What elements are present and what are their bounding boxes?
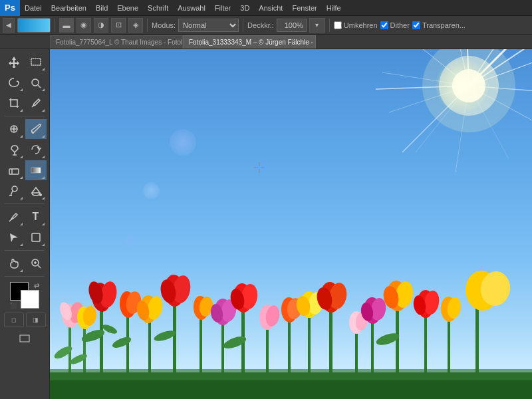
standard-mode-btn[interactable]: ◻ bbox=[4, 313, 24, 327]
menu-bar: Ps Datei Bearbeiten Bild Ebene Schrift A… bbox=[0, 0, 532, 16]
tool-eraser[interactable] bbox=[3, 160, 25, 180]
tool-quick-select[interactable] bbox=[25, 72, 47, 92]
tool-crop[interactable] bbox=[3, 93, 25, 113]
reverse-label: Umkehren bbox=[344, 21, 378, 29]
opacity-label: Deckkr.: bbox=[247, 21, 274, 29]
tool-move[interactable] bbox=[3, 52, 25, 72]
canvas-area[interactable] bbox=[50, 49, 532, 399]
svg-rect-10 bbox=[9, 169, 19, 174]
svg-rect-125 bbox=[50, 380, 532, 399]
opacity-input[interactable] bbox=[277, 19, 307, 32]
svg-line-4 bbox=[32, 105, 34, 107]
tool-fill[interactable] bbox=[25, 181, 47, 201]
tool-dodge[interactable] bbox=[3, 181, 25, 201]
menu-bearbeiten[interactable]: Bearbeiten bbox=[47, 0, 91, 16]
radial-gradient-btn[interactable]: ◉ bbox=[76, 18, 91, 33]
quickmask-mode-btn[interactable]: ◨ bbox=[26, 313, 46, 327]
tool-row-8: T bbox=[3, 207, 47, 227]
tab-1-label: Fotolia_7775064_L © Thaut Images - Fotol… bbox=[56, 39, 183, 46]
diamond-gradient-btn[interactable]: ◈ bbox=[128, 18, 143, 33]
color-swatches: ⬛ ⇄ bbox=[10, 282, 39, 309]
tool-gradient[interactable] bbox=[25, 160, 47, 180]
linear-gradient-btn[interactable]: ▬ bbox=[59, 18, 74, 33]
menu-hilfe[interactable]: Hilfe bbox=[322, 0, 346, 16]
tool-row-3 bbox=[3, 93, 47, 113]
separator-3 bbox=[243, 19, 243, 32]
menu-fenster[interactable]: Fenster bbox=[287, 0, 321, 16]
tool-clone[interactable] bbox=[3, 140, 25, 160]
tabs-bar: Fotolia_7775064_L © Thaut Images - Fotol… bbox=[0, 35, 532, 49]
opacity-arrow[interactable]: ▾ bbox=[309, 18, 325, 33]
separator-4 bbox=[329, 19, 330, 32]
menu-auswahl[interactable]: Auswahl bbox=[173, 0, 210, 16]
svg-line-17 bbox=[9, 220, 11, 221]
options-bar: ◀ ▬ ◉ ◑ ⊡ ◈ Modus: Normal Auflösen Multi… bbox=[0, 16, 532, 35]
gradient-swatch[interactable] bbox=[17, 18, 51, 33]
tulip-field bbox=[50, 266, 532, 399]
reverse-checkbox-label[interactable]: Umkehren bbox=[334, 21, 378, 29]
tab-2-label: Fotolia_31333343_M – © Jürgen Fälchle - … bbox=[189, 39, 316, 46]
svg-line-21 bbox=[38, 265, 41, 268]
angle-gradient-btn[interactable]: ◑ bbox=[94, 18, 108, 33]
swap-colors[interactable]: ⇄ bbox=[34, 282, 39, 289]
transparency-label: Transparen... bbox=[422, 21, 466, 29]
svg-point-64 bbox=[111, 335, 132, 350]
reflected-gradient-btn[interactable]: ⊡ bbox=[111, 18, 126, 33]
svg-line-14 bbox=[11, 191, 13, 196]
tool-separator-3 bbox=[5, 250, 45, 251]
reverse-checkbox[interactable] bbox=[334, 21, 342, 29]
svg-point-43 bbox=[422, 49, 515, 132]
tool-hand[interactable] bbox=[3, 253, 25, 273]
menu-filter[interactable]: Filter bbox=[210, 0, 235, 16]
mode-select[interactable]: Normal Auflösen Multiplizieren bbox=[178, 19, 239, 32]
menu-ebene[interactable]: Ebene bbox=[112, 0, 143, 16]
menu-datei[interactable]: Datei bbox=[20, 0, 47, 16]
svg-rect-126 bbox=[50, 369, 532, 379]
transparency-checkbox[interactable] bbox=[412, 21, 420, 29]
svg-marker-18 bbox=[10, 233, 18, 242]
tool-separator-2 bbox=[5, 203, 45, 204]
screen-mode-btn[interactable] bbox=[8, 331, 41, 346]
svg-rect-12 bbox=[31, 168, 41, 173]
svg-point-13 bbox=[12, 186, 17, 192]
mode-label: Modus: bbox=[152, 21, 176, 29]
menu-3d[interactable]: 3D bbox=[235, 0, 254, 16]
tool-zoom[interactable] bbox=[25, 253, 47, 273]
tab-1[interactable]: Fotolia_7775064_L © Thaut Images - Fotol… bbox=[50, 35, 183, 49]
tool-history-brush[interactable] bbox=[25, 140, 47, 160]
main-layout: T bbox=[0, 49, 532, 399]
tool-row-9 bbox=[3, 227, 47, 247]
tool-brush[interactable] bbox=[25, 119, 47, 139]
dither-label: Dither bbox=[390, 21, 410, 29]
svg-line-3 bbox=[38, 85, 41, 88]
tool-eyedropper[interactable] bbox=[25, 93, 47, 113]
tool-row-modes: ◻ ◨ bbox=[3, 312, 47, 328]
tool-shape[interactable] bbox=[25, 227, 47, 247]
tool-healing[interactable] bbox=[3, 119, 25, 139]
transparency-checkbox-label[interactable]: Transparen... bbox=[412, 21, 466, 29]
dither-checkbox[interactable] bbox=[380, 21, 388, 29]
separator-2 bbox=[147, 19, 148, 32]
tool-preset-btn[interactable]: ◀ bbox=[3, 18, 15, 33]
crosshair-cursor bbox=[253, 161, 266, 177]
tool-selection[interactable] bbox=[25, 52, 47, 72]
tool-lasso[interactable] bbox=[3, 72, 25, 92]
tab-2[interactable]: Fotolia_31333343_M – © Jürgen Fälchle - … bbox=[183, 35, 316, 49]
menu-bild[interactable]: Bild bbox=[91, 0, 112, 16]
tool-pen[interactable] bbox=[3, 207, 25, 227]
menu-schrift[interactable]: Schrift bbox=[143, 0, 173, 16]
tool-row-10 bbox=[3, 253, 47, 273]
background-color[interactable] bbox=[21, 290, 39, 309]
svg-marker-0 bbox=[9, 57, 19, 68]
dither-checkbox-label[interactable]: Dither bbox=[380, 21, 410, 29]
menu-ansicht[interactable]: Ansicht bbox=[254, 0, 287, 16]
menu-items: Datei Bearbeiten Bild Ebene Schrift Ausw… bbox=[20, 0, 346, 16]
ps-logo: Ps bbox=[0, 0, 20, 16]
tool-text[interactable]: T bbox=[25, 207, 47, 227]
tool-row-1 bbox=[3, 52, 47, 72]
sun-rays-svg bbox=[366, 49, 532, 215]
svg-rect-19 bbox=[32, 233, 40, 241]
tool-separator-1 bbox=[5, 116, 45, 116]
reset-colors[interactable]: ⬛ bbox=[10, 303, 17, 309]
tool-path-select[interactable] bbox=[3, 227, 25, 247]
